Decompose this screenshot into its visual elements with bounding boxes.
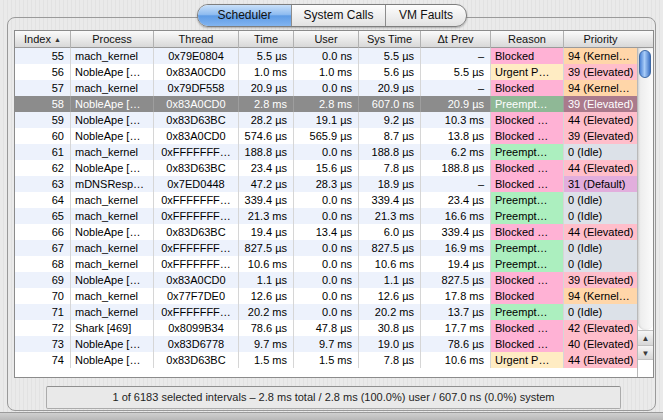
cell-priority: 44 (Elevated) [564,160,637,176]
cell-user: 13.4 µs [294,224,359,240]
cell-sys-time: 30.8 µs [359,320,421,336]
window-bottom-edge [0,412,663,420]
cell-dt-prev: – [421,48,491,64]
cell-time: 827.5 µs [239,240,294,256]
cell-thread: 0x83A0CD0 [154,128,239,144]
tab-scheduler[interactable]: Scheduler [198,5,292,26]
tab-system-calls[interactable]: System Calls [292,5,386,26]
table-row[interactable]: 62 NobleApe [… 0x83D63BC 23.4 µs 15.6 µs… [15,160,637,176]
cell-time: 1.1 µs [239,272,294,288]
cell-time: 9.7 ms [239,336,294,352]
scroll-up-button[interactable]: ▲ [638,330,653,345]
cell-priority: 44 (Elevated) [564,112,637,128]
table-row[interactable]: 68 mach_kernel 0xFFFFFFF… 10.6 ms 0.0 ns… [15,256,637,272]
cell-process: mach_kernel [71,80,154,96]
cell-process: mach_kernel [71,256,154,272]
scheduler-panel: Index▲ProcessThreadTimeUserSys TimeΔt Pr… [7,17,656,411]
cell-sys-time: 1.1 µs [359,272,421,288]
cell-dt-prev: – [421,80,491,96]
table-row[interactable]: 70 mach_kernel 0x77F7DE0 12.6 µs 0.0 ns … [15,288,637,304]
cell-time: 188.8 µs [239,144,294,160]
table-row[interactable]: 69 NobleApe [… 0x83A0CD0 1.1 µs 0.0 ns 1… [15,272,637,288]
scrollbar-track[interactable] [638,48,653,330]
cell-process: NobleApe [… [71,224,154,240]
cell-thread: 0x7ED0448 [154,176,239,192]
table-row[interactable]: 64 mach_kernel 0xFFFFFFF… 339.4 µs 0.0 n… [15,192,637,208]
cell-sys-time: 8.7 µs [359,128,421,144]
cell-reason: Preempt… [491,240,564,256]
table-row[interactable]: 72 Shark [469] 0x8099B34 78.6 µs 47.8 µs… [15,320,637,336]
cell-process: NobleApe [… [71,336,154,352]
cell-time: 20.2 ms [239,304,294,320]
cell-reason: Preempt… [491,208,564,224]
cell-reason: Blocked … [491,160,564,176]
column-header-user[interactable]: User [294,31,359,48]
table-row[interactable]: 59 NobleApe [… 0x83D63BC 28.2 µs 19.1 µs… [15,112,637,128]
tab-vm-faults[interactable]: VM Faults [386,5,466,26]
cell-index: 55 [15,48,71,64]
column-header-process[interactable]: Process [71,31,154,48]
cell-index: 60 [15,128,71,144]
cell-index: 57 [15,80,71,96]
cell-index: 68 [15,256,71,272]
table-row[interactable]: 63 mDNSResp… 0x7ED0448 47.2 µs 28.3 µs 1… [15,176,637,192]
cell-time: 12.6 µs [239,288,294,304]
cell-sys-time: 9.2 µs [359,112,421,128]
cell-user: 1.0 ms [294,64,359,80]
cell-dt-prev: 19.4 µs [421,256,491,272]
column-header-sys[interactable]: Sys Time [359,31,421,48]
cell-index: 67 [15,240,71,256]
cell-index: 66 [15,224,71,240]
table-row[interactable]: 60 NobleApe [… 0x83A0CD0 574.6 µs 565.9 … [15,128,637,144]
table-row[interactable]: 71 mach_kernel 0xFFFFFFF… 20.2 ms 0.0 ns… [15,304,637,320]
column-header-reason[interactable]: Reason [491,31,564,48]
column-header-label: Δt Prev [437,33,473,45]
table-row[interactable]: 66 NobleApe [… 0x83D63BC 19.4 µs 13.4 µs… [15,224,637,240]
cell-reason: Preempt… [491,144,564,160]
cell-reason: Blocked … [491,112,564,128]
cell-process: NobleApe [… [71,160,154,176]
cell-priority: 44 (Elevated) [564,352,637,368]
column-header-thread[interactable]: Thread [154,31,239,48]
table-row[interactable]: 74 NobleApe [… 0x83D63BC 1.5 ms 1.5 ms 7… [15,352,637,368]
cell-thread: 0x83A0CD0 [154,272,239,288]
table-row[interactable]: 61 mach_kernel 0xFFFFFFF… 188.8 µs 0.0 n… [15,144,637,160]
table-row[interactable]: 55 mach_kernel 0x79E0804 5.5 µs 0.0 ns 5… [15,48,637,64]
cell-sys-time: 607.0 ns [359,96,421,112]
column-header-dtprev[interactable]: Δt Prev [421,31,491,48]
cell-user: 0.0 ns [294,192,359,208]
cell-priority: 39 (Elevated) [564,64,637,80]
cell-time: 47.2 µs [239,176,294,192]
cell-thread: 0x83A0CD0 [154,64,239,80]
cell-thread: 0xFFFFFFF… [154,144,239,160]
scroll-down-button[interactable]: ▼ [638,345,653,360]
column-header-priority[interactable]: Priority [564,31,637,48]
cell-priority: 44 (Elevated) [564,224,637,240]
cell-dt-prev: 10.6 ms [421,352,491,368]
column-header-index[interactable]: Index▲ [15,31,71,48]
table-row[interactable]: 65 mach_kernel 0xFFFFFFF… 21.3 ms 0.0 ns… [15,208,637,224]
vertical-scrollbar[interactable]: ▲ ▼ [637,48,653,377]
cell-time: 339.4 µs [239,192,294,208]
cell-user: 0.0 ns [294,288,359,304]
table-row[interactable]: 67 mach_kernel 0xFFFFFFF… 827.5 µs 0.0 n… [15,240,637,256]
cell-dt-prev: 17.7 ms [421,320,491,336]
cell-thread: 0x83D63BC [154,160,239,176]
table-row[interactable]: 57 mach_kernel 0x79DF558 20.9 µs 0.0 ns … [15,80,637,96]
cell-process: NobleApe [… [71,112,154,128]
column-header-time[interactable]: Time [239,31,294,48]
cell-sys-time: 19.0 µs [359,336,421,352]
cell-process: mach_kernel [71,304,154,320]
table-row[interactable]: 56 NobleApe [… 0x83A0CD0 1.0 ms 1.0 ms 5… [15,64,637,80]
cell-process: mach_kernel [71,192,154,208]
cell-thread: 0x83D63BC [154,352,239,368]
cell-dt-prev: 17.8 ms [421,288,491,304]
table-row[interactable]: 58 NobleApe [… 0x83A0CD0 2.8 ms 2.8 ms 6… [15,96,637,112]
cell-dt-prev: 13.7 µs [421,304,491,320]
cell-time: 1.0 ms [239,64,294,80]
scrollbar-thumb[interactable] [639,50,651,78]
table-row[interactable]: 73 NobleApe [… 0x83D6778 9.7 ms 9.7 ms 1… [15,336,637,352]
cell-user: 565.9 µs [294,128,359,144]
cell-dt-prev: 78.6 µs [421,336,491,352]
cell-process: NobleApe [… [71,128,154,144]
